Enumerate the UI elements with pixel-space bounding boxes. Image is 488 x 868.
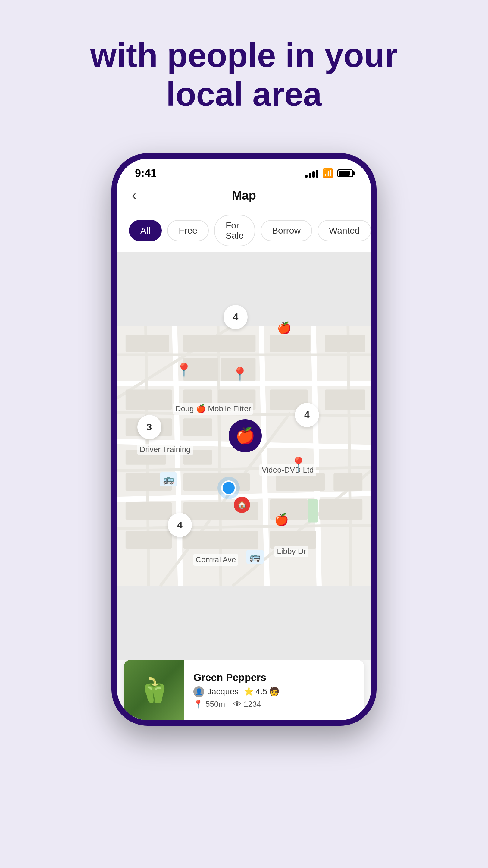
views-item: 👁 1234 <box>233 700 261 709</box>
listing-title: Green Peppers <box>193 672 355 683</box>
map-cluster-4c[interactable]: 4 <box>168 513 192 537</box>
listing-card[interactable]: 🫑 Green Peppers 👤 Jacques ⭐ 4.5 🧑 📍 <box>124 660 364 720</box>
filter-chip-forsale[interactable]: For Sale <box>214 215 255 246</box>
svg-line-13 <box>348 326 351 586</box>
svg-rect-21 <box>270 335 310 352</box>
svg-rect-43 <box>307 499 318 522</box>
svg-line-11 <box>146 326 149 586</box>
headline: with people in your local area <box>90 36 398 114</box>
svg-rect-41 <box>184 531 258 549</box>
svg-line-9 <box>117 467 371 470</box>
svg-line-6 <box>313 326 319 586</box>
views-value: 1234 <box>244 700 261 709</box>
map-apple-pin-2[interactable]: 🍎 <box>274 513 289 526</box>
rating-row: ⭐ 4.5 🧑 <box>244 687 280 696</box>
filter-row: All Free For Sale Borrow Wanted <box>117 210 371 252</box>
map-apple-large-pin[interactable]: 🍎 <box>229 419 262 453</box>
svg-rect-27 <box>325 390 365 410</box>
distance-value: 550m <box>205 700 225 709</box>
distance-item: 📍 550m <box>193 700 225 709</box>
filter-chip-borrow[interactable]: Borrow <box>261 220 312 241</box>
location-icon: 📍 <box>193 700 203 709</box>
listing-image: 🫑 <box>124 660 184 720</box>
phone-frame: 9:41 📶 ‹ Map All Free Fo <box>111 153 377 726</box>
map-apple-pin-1[interactable]: 🍎 <box>277 321 291 335</box>
svg-rect-29 <box>184 418 213 436</box>
svg-line-12 <box>218 326 221 586</box>
map-location-pin-1[interactable]: 📍 <box>231 366 249 382</box>
svg-line-15 <box>233 470 371 586</box>
eye-icon: 👁 <box>233 700 241 709</box>
filter-chip-wanted[interactable]: Wanted <box>318 220 371 241</box>
rating-value: 4.5 <box>255 687 267 696</box>
back-button[interactable]: ‹ <box>132 188 136 203</box>
wifi-icon: 📶 <box>323 168 333 178</box>
map-location-pin-3[interactable]: 📍 <box>290 456 307 472</box>
map-cluster-3[interactable]: 3 <box>137 415 161 439</box>
svg-line-10 <box>117 525 371 528</box>
headline-line1: with people in your <box>90 36 398 74</box>
battery-icon <box>337 169 353 177</box>
map-home-pin[interactable]: 🏠 <box>234 497 250 513</box>
map-bus-1: 🚌 <box>160 472 177 487</box>
map-label-driver: Driver Training <box>137 444 193 456</box>
map-label-central: Central Ave <box>193 554 238 566</box>
svg-line-14 <box>117 326 233 398</box>
user-avatar: 👤 <box>193 686 204 697</box>
map-cluster-4a[interactable]: 4 <box>224 305 248 329</box>
svg-rect-34 <box>276 473 325 491</box>
svg-rect-35 <box>333 473 362 491</box>
pepper-illustration: 🫑 <box>124 660 184 720</box>
rating-emoji: 🧑 <box>269 687 280 696</box>
listing-meta: 📍 550m 👁 1234 <box>193 700 355 709</box>
svg-rect-0 <box>117 326 371 586</box>
user-name: Jacques <box>207 687 238 696</box>
status-bar: 9:41 📶 <box>117 158 371 183</box>
svg-rect-39 <box>319 499 362 519</box>
map-area[interactable]: Doug 🍎 Mobile Fitter Driver Training Vid… <box>117 252 371 660</box>
map-label-video: Video-DVD Ltd <box>259 464 316 476</box>
filter-chip-all[interactable]: All <box>129 220 162 241</box>
top-nav: ‹ Map <box>117 183 371 210</box>
status-icons: 📶 <box>305 168 353 178</box>
map-label-libby: Libby Dr <box>274 546 308 557</box>
svg-rect-23 <box>126 390 172 410</box>
map-location-pin-2[interactable]: 📍 <box>175 362 193 378</box>
svg-rect-40 <box>126 531 172 549</box>
map-cluster-4b[interactable]: 4 <box>295 403 319 427</box>
svg-rect-17 <box>126 335 169 352</box>
svg-rect-18 <box>184 335 256 352</box>
signal-icon <box>305 169 318 178</box>
nav-title: Map <box>232 189 256 202</box>
svg-rect-22 <box>325 335 365 352</box>
map-label-doug: Doug 🍎 Mobile Fitter <box>173 403 254 415</box>
svg-line-5 <box>261 326 267 586</box>
svg-rect-33 <box>184 473 250 491</box>
map-user-location <box>221 480 236 495</box>
filter-chip-free[interactable]: Free <box>167 220 209 241</box>
headline-line2: local area <box>166 75 322 113</box>
svg-rect-36 <box>126 502 172 520</box>
phone-screen: 9:41 📶 ‹ Map All Free Fo <box>117 158 371 720</box>
map-bus-2: 🚌 <box>247 550 264 564</box>
listing-info: Green Peppers 👤 Jacques ⭐ 4.5 🧑 📍 550m <box>184 665 364 715</box>
status-time: 9:41 <box>135 167 157 180</box>
star-icon: ⭐ <box>244 687 254 696</box>
listing-user-row: 👤 Jacques ⭐ 4.5 🧑 <box>193 686 355 697</box>
